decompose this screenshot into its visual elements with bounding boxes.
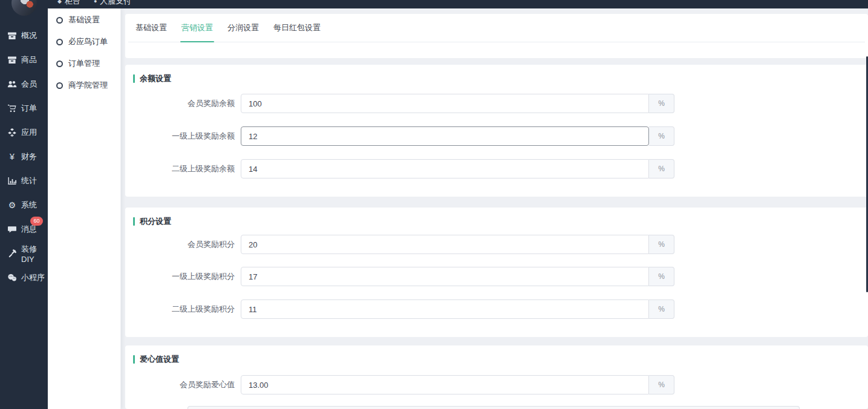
top-bar: ◆ 柜台 ● 人脸支付 — [0, 0, 868, 8]
field-row: 一级上级奖励余额 % — [125, 126, 868, 146]
orders-cart-icon — [7, 103, 17, 113]
settings-tabs: 基础设置 营销设置 分润设置 每日红包设置 — [128, 14, 865, 42]
level2-reward-points-input[interactable] — [241, 299, 649, 319]
tab-basic-settings[interactable]: 基础设置 — [128, 22, 174, 42]
submenu-item-label: 商学院管理 — [68, 80, 108, 91]
circle-icon — [56, 17, 63, 24]
field-row: 二级上级奖励积分 % — [125, 299, 868, 319]
section-title-bar — [133, 355, 135, 364]
user-avatar[interactable] — [11, 0, 37, 16]
section-title-text: 积分设置 — [140, 216, 171, 227]
topbar-item-face-pay[interactable]: ● 人脸支付 — [94, 0, 131, 8]
points-settings-section: 积分设置 会员奖励积分 % 一级上级奖励积分 % 二级上级奖励积分 % — [125, 208, 868, 337]
field-label: 会员奖励积分 — [125, 239, 235, 250]
field-label: 二级上级奖励余额 — [125, 163, 235, 174]
section-title-text: 余额设置 — [140, 73, 171, 84]
submenu-item-label: 基础设置 — [68, 15, 100, 25]
sidebar-item-label: 商品 — [21, 54, 37, 65]
field-row: 会员奖励余额 % — [125, 94, 868, 113]
field-label: 二级上级奖励积分 — [125, 304, 235, 315]
percent-addon: % — [649, 235, 674, 254]
top-bar-menu: ◆ 柜台 ● 人脸支付 — [57, 0, 131, 8]
sidebar-item-miniprogram[interactable]: 小程序 — [0, 266, 48, 290]
percent-addon: % — [649, 94, 674, 113]
percent-addon: % — [649, 299, 674, 319]
tab-profit-settings[interactable]: 分润设置 — [220, 22, 266, 42]
face-pay-icon: ● — [94, 0, 97, 8]
submenu-item-business-school[interactable]: 商学院管理 — [48, 74, 120, 96]
message-bubble-icon — [7, 224, 17, 234]
balance-settings-section: 余额设置 会员奖励余额 % 一级上级奖励余额 % 二级上级奖励余额 % — [125, 65, 868, 197]
field-label: 会员奖励余额 — [125, 98, 235, 109]
submenu-item-basic-settings[interactable]: 基础设置 — [48, 9, 120, 31]
main-sidebar: 概况 商品 会员 订单 应用 ¥ 财务 统计 ⚙ 系统 — [0, 0, 48, 409]
product-box-icon — [7, 55, 17, 65]
member-reward-love-input[interactable] — [241, 375, 649, 394]
sidebar-item-decoration-diy[interactable]: 装修DIY — [0, 241, 48, 266]
submenu-item-bird-orders[interactable]: 必应鸟订单 — [48, 31, 120, 53]
counter-icon: ◆ — [57, 0, 62, 8]
topbar-item-label: 人脸支付 — [100, 0, 131, 8]
sidebar-item-finance[interactable]: ¥ 财务 — [0, 145, 48, 169]
section-title: 爱心值设置 — [133, 354, 179, 365]
sidebar-item-products[interactable]: 商品 — [0, 48, 48, 72]
submenu-item-label: 订单管理 — [68, 58, 100, 69]
section-title-text: 爱心值设置 — [140, 354, 179, 365]
tab-daily-redpacket-settings[interactable]: 每日红包设置 — [266, 22, 328, 42]
level1-reward-balance-input[interactable] — [241, 126, 649, 146]
members-users-icon — [7, 79, 17, 89]
member-reward-points-input[interactable] — [241, 235, 649, 254]
sidebar-item-label: 应用 — [21, 127, 37, 138]
overview-archive-icon — [7, 31, 17, 41]
diy-gavel-icon — [7, 249, 17, 258]
stats-chart-icon — [7, 176, 17, 186]
field-label: 会员奖励爱心值 — [125, 379, 235, 390]
love-value-settings-section: 爱心值设置 会员奖励爱心值 % — [125, 345, 868, 409]
field-row: 一级上级奖励积分 % — [125, 267, 868, 286]
sidebar-item-apps[interactable]: 应用 — [0, 120, 48, 145]
sidebar-item-label: 系统 — [21, 200, 37, 211]
sidebar-item-label: 财务 — [21, 151, 37, 162]
apps-cubes-icon — [7, 128, 17, 137]
section-title-bar — [133, 217, 135, 226]
section-title: 余额设置 — [133, 73, 171, 84]
sidebar-item-label: 概况 — [21, 30, 37, 41]
percent-addon: % — [649, 159, 674, 178]
field-row: 二级上级奖励余额 % — [125, 159, 868, 178]
field-row: 会员奖励积分 % — [125, 235, 868, 254]
sidebar-item-label: 小程序 — [21, 272, 45, 283]
sidebar-item-system[interactable]: ⚙ 系统 — [0, 193, 48, 217]
sidebar-item-orders[interactable]: 订单 — [0, 96, 48, 120]
sidebar-item-messages[interactable]: 消息 60 — [0, 217, 48, 241]
submenu-item-order-management[interactable]: 订单管理 — [48, 53, 120, 74]
topbar-item-label: 柜台 — [65, 0, 80, 8]
main-nav: 概况 商品 会员 订单 应用 ¥ 财务 统计 ⚙ 系统 — [0, 24, 48, 290]
sidebar-item-overview[interactable]: 概况 — [0, 24, 48, 48]
circle-icon — [56, 39, 63, 45]
submenu-item-label: 必应鸟订单 — [68, 36, 108, 47]
level2-reward-balance-input[interactable] — [241, 159, 649, 178]
messages-count-badge: 60 — [30, 217, 43, 226]
sidebar-item-label: 会员 — [21, 79, 37, 90]
tab-marketing-settings[interactable]: 营销设置 — [174, 22, 220, 42]
percent-addon: % — [649, 375, 674, 394]
sidebar-item-stats[interactable]: 统计 — [0, 169, 48, 193]
field-label: 一级上级奖励积分 — [125, 271, 235, 282]
field-label: 一级上级奖励余额 — [125, 131, 235, 142]
system-gears-icon: ⚙ — [7, 200, 17, 210]
circle-icon — [56, 61, 63, 67]
member-reward-balance-input[interactable] — [241, 94, 649, 113]
sidebar-item-label: 订单 — [21, 103, 37, 114]
percent-addon: % — [649, 267, 674, 286]
finance-yen-icon: ¥ — [7, 152, 17, 162]
sub-sidebar: 基础设置 必应鸟订单 订单管理 商学院管理 — [48, 8, 121, 409]
settings-tabs-card: 基础设置 营销设置 分润设置 每日红包设置 — [125, 14, 868, 58]
sidebar-item-label: 装修DIY — [21, 244, 48, 264]
sidebar-item-members[interactable]: 会员 — [0, 72, 48, 96]
percent-addon: % — [649, 126, 674, 146]
topbar-item-counter[interactable]: ◆ 柜台 — [57, 0, 80, 8]
field-row: 会员奖励爱心值 % — [125, 375, 868, 394]
level1-reward-points-input[interactable] — [241, 267, 649, 286]
sidebar-item-label: 统计 — [21, 175, 37, 186]
next-field-input-partial[interactable] — [188, 406, 800, 409]
